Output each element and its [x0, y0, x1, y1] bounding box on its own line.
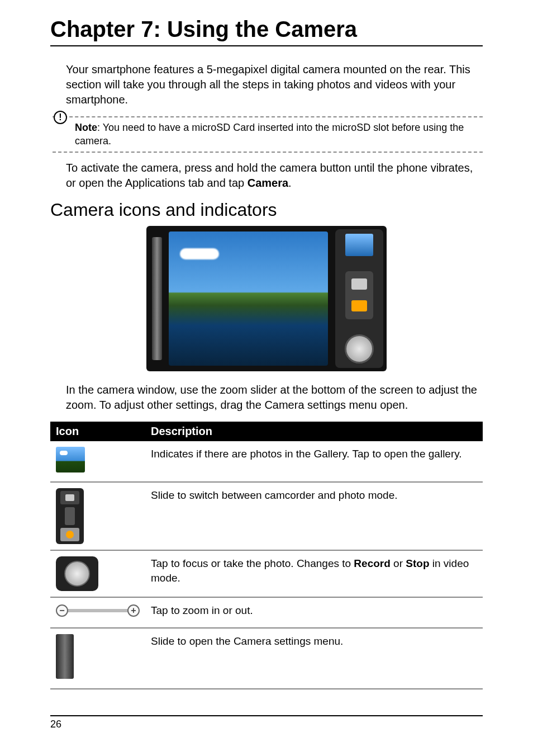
intro-paragraph: Your smartphone features a 5-megapixel d…	[66, 62, 483, 107]
table-head-desc: Description	[145, 422, 483, 441]
note-box: ! Note: You need to have a microSD Card …	[53, 116, 483, 153]
table-row: −+ Tap to zoom in or out.	[50, 597, 483, 628]
row2-desc: Slide to switch between camcorder and ph…	[145, 482, 483, 550]
row3-b1: Record	[354, 557, 390, 569]
activate-post: .	[288, 177, 292, 189]
camera-screenshot	[146, 226, 387, 371]
table-row: Tap to focus or take the photo. Changes …	[50, 550, 483, 597]
settings-drawer-small-icon	[56, 634, 74, 679]
gallery-thumb-icon	[345, 234, 373, 256]
row3-b2: Stop	[406, 557, 429, 569]
alert-icon: !	[54, 111, 67, 124]
note-label: Note	[75, 122, 97, 133]
row3-pre: Tap to focus or take the photo. Changes …	[151, 557, 354, 569]
table-row: Slide to switch between camcorder and ph…	[50, 482, 483, 550]
row4-desc: Tap to zoom in or out.	[145, 597, 483, 628]
zoom-control-icon: −+	[56, 603, 140, 618]
table-row: Slide to open the Camera settings menu.	[50, 628, 483, 689]
viewfinder-scene	[169, 231, 328, 366]
row5-desc: Slide to open the Camera settings menu.	[145, 628, 483, 689]
shutter-button-icon	[56, 556, 98, 591]
row3-mid: or	[391, 557, 406, 569]
settings-drawer-icon	[152, 237, 162, 360]
note-text: : You need to have a microSD Card insert…	[75, 122, 464, 147]
table-row: Indicates if there are photos in the Gal…	[50, 441, 483, 483]
activate-bold: Camera	[248, 177, 288, 189]
mode-slider-icon	[56, 488, 84, 544]
camera-right-panel	[335, 229, 383, 368]
chapter-title: Chapter 7: Using the Camera	[50, 17, 483, 46]
gallery-icon	[56, 447, 85, 472]
mode-switch-icon	[345, 271, 373, 319]
figure-caption: In the camera window, use the zoom slide…	[66, 382, 483, 413]
section-title: Camera icons and indicators	[50, 200, 483, 220]
row1-desc: Indicates if there are photos in the Gal…	[145, 441, 483, 483]
row3-desc: Tap to focus or take the photo. Changes …	[145, 550, 483, 597]
activate-paragraph: To activate the camera, press and hold t…	[66, 160, 483, 191]
table-head-icon: Icon	[50, 422, 145, 441]
page-number: 26	[50, 715, 483, 730]
icon-description-table: Icon Description Indicates if there are …	[50, 422, 483, 689]
shutter-icon	[345, 334, 374, 363]
